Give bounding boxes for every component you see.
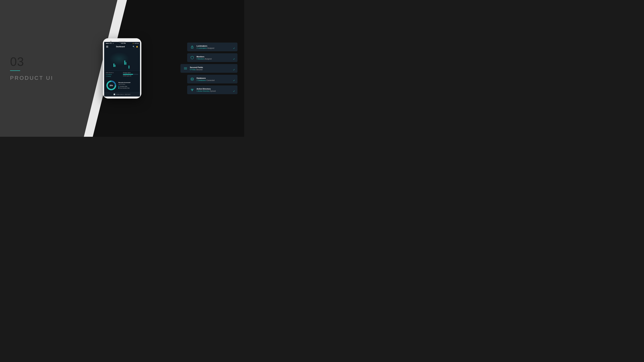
hamburger-line-2 [106,46,108,47]
chart-subtitle: Last 24 Hours [118,84,138,85]
phone-frame: BELL ⊙ 4:21 PM ⚡ 100% ▮ Dashboard [103,38,142,98]
battery-icon: ▮ [138,43,138,44]
donut-chart: 25% [106,80,117,91]
status-right: ⚡ 100% ▮ [132,43,138,44]
legend-label-nonsensitive: Non-Sensitive Data [120,87,130,89]
legend-sensitive: Sensitive Data [118,86,138,87]
lockmakers-title: Lockmakers [196,45,235,47]
lockmakers-card: Lockmakers 2 Lockmakers Assigned ✓ [187,42,238,51]
data-section: Data Secure In 3 Locations 1 Country Sto… [104,70,140,79]
monitors-title: Monitors [196,56,235,58]
lines-icon-wrapper [183,66,188,71]
secured-fields-count: 6 Fields [190,69,196,70]
data-locations: 3 Locations [106,74,121,76]
legend-dot-nonsensitive [118,87,120,88]
active-directory-subtitle: 1 Active Directory Synced [196,90,235,92]
ad-icon-wrapper [190,87,194,92]
monitors-text: Monitors 4 Monitors Assigned [196,56,235,60]
monitors-subtitle: 4 Monitors Assigned [196,58,235,60]
phone-screen: BELL ⊙ 4:21 PM ⚡ 100% ▮ Dashboard [104,42,140,96]
report-bar-icon: 📊 [114,94,115,95]
secured-fields-text: Secured Fields 6 Fields Secured [190,66,235,70]
storage-section: Storage Space 240GB space left [123,72,138,77]
signal-dot-2 [107,43,107,44]
svg-rect-2 [114,65,116,67]
wifi-icon: ⊙ [113,43,114,44]
storage-bar-bg [123,74,138,75]
databases-text: Databases 2 Databases Connected [196,77,235,81]
monitors-check: ✓ [233,58,235,60]
svg-point-16 [192,89,193,90]
section-label: PRODUCT UI [10,75,54,81]
databases-count: 2 Databases [196,79,206,81]
storage-bar-fill [123,74,133,75]
nav-bar: Dashboard 🔍 🔔 [104,45,140,49]
ad-icon [190,88,194,92]
data-country: 1 Country [106,76,121,77]
legend-dot-sensitive [118,86,120,87]
lock-icon-wrapper [190,44,194,49]
hamburger-line-3 [106,47,108,47]
secured-fields-subtitle: 6 Fields Secured [190,69,235,70]
phone-speaker [119,41,126,42]
search-icon[interactable]: 🔍 [133,46,135,48]
status-bar: BELL ⊙ 4:21 PM ⚡ 100% ▮ [104,42,140,45]
active-directory-count: 1 Active Directory [196,90,210,92]
db-icon [190,77,194,81]
shield-icon [190,56,194,59]
svg-rect-3 [124,60,125,65]
bell-icon[interactable]: 🔔 [136,46,138,48]
phone-top [104,40,140,42]
map-bars [104,49,140,70]
battery-label: 100% [134,43,137,44]
bluetooth-icon: ⚡ [132,43,134,44]
databases-card: Databases 2 Databases Connected ✓ [187,75,238,83]
legend-nonsensitive: Non-Sensitive Data [118,87,138,89]
data-secure-label: Data Secure In [106,72,121,73]
signal-dots [106,43,109,44]
secured-fields-check: ✓ [233,68,235,71]
map-area [104,49,140,70]
hamburger-menu[interactable] [106,46,108,47]
left-content-section: 03 PRODUCT UI [10,56,54,81]
chart-title: Records Accessed [118,82,138,83]
svg-rect-5 [128,65,130,68]
lockmakers-check: ✓ [233,47,235,50]
legend-label-sensitive: Sensitive Data [120,86,127,87]
view-report-button[interactable]: 📊 VIEW DAILY REPORT [104,92,140,96]
monitors-count: 4 Monitors [196,58,204,60]
nav-icons: 🔍 🔔 [133,46,138,48]
active-directory-title: Active Directory [196,88,235,90]
shield-icon-wrapper [190,55,194,60]
databases-check: ✓ [233,79,235,82]
phone-mockup: BELL ⊙ 4:21 PM ⚡ 100% ▮ Dashboard [103,38,142,98]
nav-title: Dashboard [116,46,125,48]
signal-dot-4 [108,43,109,44]
databases-title: Databases [196,77,235,79]
active-directory-check: ✓ [233,90,235,92]
lock-icon [190,45,194,49]
db-icon-wrapper [190,77,194,81]
hamburger-line-1 [106,46,108,46]
secured-fields-title: Secured Fields [190,66,235,68]
signal-dot-1 [106,43,106,44]
chart-info: Records Accessed Last 24 Hours Sensitive… [118,82,138,89]
secured-fields-card: Secured Fields 6 Fields Secured ✓ [180,64,238,73]
lockmakers-count: 2 Lockmakers [196,47,207,49]
donut-percentage: 25% [110,84,113,86]
storage-space-left: 240GB space left [123,75,138,76]
active-directory-card: Active Directory 1 Active Directory Sync… [187,85,238,94]
carrier-label: BELL [110,43,112,44]
view-report-label: VIEW DAILY REPORT [116,94,131,95]
chart-section: 25% Records Accessed Last 24 Hours Sensi… [104,79,140,92]
databases-subtitle: 2 Databases Connected [196,79,235,81]
data-secure-section: Data Secure In 3 Locations 1 Country [106,72,121,77]
signal-dot-3 [108,43,108,44]
active-directory-text: Active Directory 1 Active Directory Sync… [196,88,235,92]
storage-label: Storage Space [123,72,138,73]
right-cards-panel: Lockmakers 2 Lockmakers Assigned ✓ Monit… [187,42,238,94]
slide-divider [10,70,20,71]
lockmakers-subtitle: 2 Lockmakers Assigned [196,47,235,49]
svg-rect-1 [113,63,114,67]
lines-icon [184,66,187,70]
